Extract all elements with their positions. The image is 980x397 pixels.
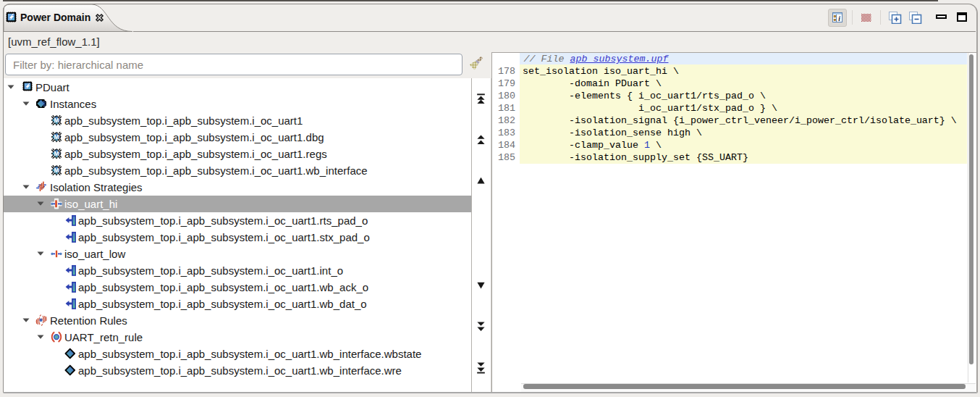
- svg-text:i: i: [838, 14, 840, 22]
